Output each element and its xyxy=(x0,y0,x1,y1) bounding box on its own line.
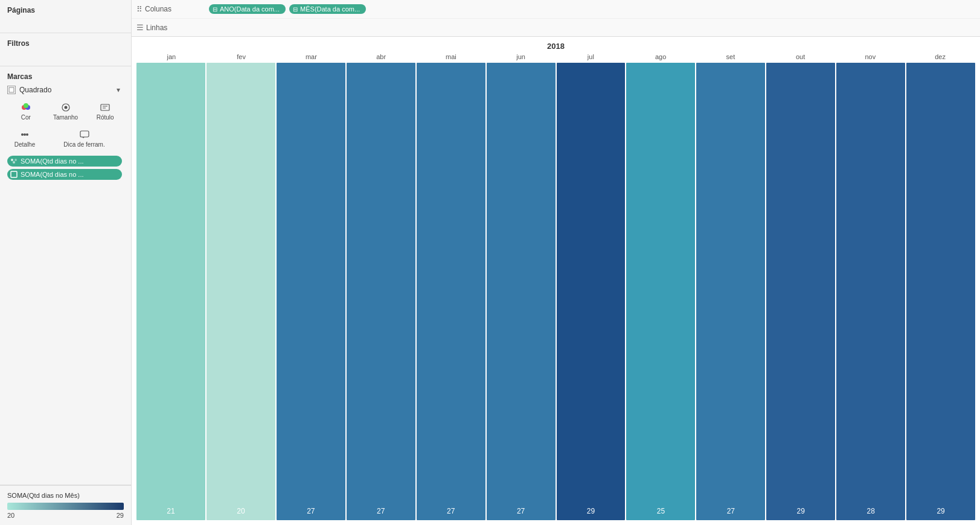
month-header-set: set xyxy=(696,53,766,63)
toolbar-colunas-row: ⠿ Colunas ⊟ ANO(Data da com... ⊟ MÊS(Dat… xyxy=(132,0,980,18)
bar-col-fev[interactable]: 20 xyxy=(207,63,275,520)
mark-tamanho-label: Tamanho xyxy=(53,114,78,121)
tamanho-icon xyxy=(61,103,71,113)
pill-mes-label: MÊS(Data da com... xyxy=(300,5,360,13)
month-header-jul: jul xyxy=(556,53,626,63)
legend-gradient xyxy=(7,503,124,510)
marks-type-label: Quadrado xyxy=(19,86,113,94)
marcas-title: Marcas xyxy=(7,72,124,81)
month-header-dez: dez xyxy=(905,53,975,63)
svg-point-9 xyxy=(21,133,24,136)
legend-min: 20 xyxy=(7,512,14,519)
toolbar-linhas-row: ☰ Linhas xyxy=(132,18,980,36)
bar-cell-jul: 29 xyxy=(557,63,626,520)
month-header-out: out xyxy=(766,53,836,63)
svg-point-5 xyxy=(64,106,67,109)
bar-col-set[interactable]: 27 xyxy=(696,63,765,520)
bar-value-out: 29 xyxy=(797,507,805,515)
bar-col-mai[interactable]: 27 xyxy=(417,63,485,520)
pill-ano-label: ANO(Data da com... xyxy=(220,5,280,13)
mark-dica-button[interactable]: Dica de ferram. xyxy=(45,127,124,151)
bar-value-ago: 25 xyxy=(657,507,665,515)
legend-range: 20 29 xyxy=(7,512,124,519)
mark-detalhe-button[interactable]: Detalhe xyxy=(7,127,42,151)
pill1-container[interactable]: SOMA(Qtd dias no ... xyxy=(7,156,122,167)
bar-value-set: 27 xyxy=(727,507,735,515)
pill2-label: SOMA(Qtd dias no ... xyxy=(21,171,84,178)
marks-type-checkbox xyxy=(7,86,16,94)
bar-value-jun: 27 xyxy=(517,507,525,515)
bar-col-jan[interactable]: 21 xyxy=(136,63,205,520)
bar-col-jun[interactable]: 27 xyxy=(487,63,556,520)
pill1-icon xyxy=(10,157,18,165)
bar-value-fev: 20 xyxy=(237,507,245,515)
bar-col-ago[interactable]: 25 xyxy=(626,63,695,520)
mark-rotulo-label: Rótulo xyxy=(97,114,114,121)
mark-tamanho-button[interactable]: Tamanho xyxy=(47,100,85,124)
mark-rotulo-button[interactable]: Rótulo xyxy=(86,100,124,124)
bar-col-out[interactable]: 29 xyxy=(766,63,835,520)
linhas-icon: ☰ xyxy=(136,23,144,32)
paginas-title: Páginas xyxy=(7,6,124,14)
chart-container: 2018 janfevmarabrmaijunjulagosetoutnovde… xyxy=(132,37,980,525)
marks-buttons-row: Cor Tamanho xyxy=(7,100,124,124)
main-area: ⠿ Colunas ⊟ ANO(Data da com... ⊟ MÊS(Dat… xyxy=(132,0,980,525)
pill-mes-icon: ⊟ xyxy=(293,6,298,13)
pill-ano[interactable]: ⊟ ANO(Data da com... xyxy=(209,4,286,14)
bar-col-dez[interactable]: 29 xyxy=(906,63,975,520)
bar-cell-out: 29 xyxy=(766,63,835,520)
svg-point-3 xyxy=(24,103,28,108)
svg-rect-12 xyxy=(80,131,89,137)
chart-grid: janfevmarabrmaijunjulagosetoutnovdez 212… xyxy=(132,53,980,525)
month-header-abr: abr xyxy=(346,53,416,63)
paginas-section: Páginas xyxy=(0,0,131,33)
bar-col-mar[interactable]: 27 xyxy=(277,63,345,520)
cor-icon xyxy=(21,103,31,113)
bar-value-dez: 29 xyxy=(937,507,944,515)
bar-col-jul[interactable]: 29 xyxy=(557,63,626,520)
bar-value-jul: 29 xyxy=(587,507,595,515)
month-header-mar: mar xyxy=(277,53,347,63)
toolbar-colunas-label: ⠿ Colunas xyxy=(136,5,209,14)
bar-cell-dez: 29 xyxy=(906,63,975,520)
linhas-text: Linhas xyxy=(146,24,167,32)
bar-col-abr[interactable]: 27 xyxy=(347,63,415,520)
colunas-icon: ⠿ xyxy=(136,5,143,14)
month-header-ago: ago xyxy=(626,53,696,63)
colunas-text: Colunas xyxy=(145,5,171,13)
bar-value-abr: 27 xyxy=(377,507,385,515)
bar-cell-mai: 27 xyxy=(417,63,485,520)
toolbar: ⠿ Colunas ⊟ ANO(Data da com... ⊟ MÊS(Dat… xyxy=(132,0,980,37)
marks-type-row[interactable]: Quadrado ▾ xyxy=(7,84,124,95)
legend-title: SOMA(Qtd dias no Mês) xyxy=(7,492,124,499)
month-header-fev: fev xyxy=(207,53,277,63)
pill-mes[interactable]: ⊟ MÊS(Data da com... xyxy=(289,4,366,14)
pill1-label: SOMA(Qtd dias no ... xyxy=(21,158,84,165)
svg-point-10 xyxy=(24,133,26,136)
month-header-jan: jan xyxy=(136,53,207,63)
marks-row2: Detalhe Dica de ferram. xyxy=(7,127,124,151)
marks-type-dropdown[interactable]: ▾ xyxy=(113,84,124,95)
bar-cell-jan: 21 xyxy=(136,63,205,520)
month-header-mai: mai xyxy=(416,53,486,63)
marcas-section: Marcas Quadrado ▾ Cor xyxy=(0,66,131,485)
toolbar-pills: ⊟ ANO(Data da com... ⊟ MÊS(Data da com..… xyxy=(209,4,366,14)
svg-rect-0 xyxy=(9,88,14,92)
bar-cell-set: 27 xyxy=(696,63,765,520)
bar-value-mar: 27 xyxy=(307,507,315,515)
svg-marker-13 xyxy=(82,137,85,138)
bar-value-jan: 21 xyxy=(167,507,175,515)
svg-point-16 xyxy=(14,159,17,161)
pill2-container[interactable]: SOMA(Qtd dias no ... xyxy=(7,169,122,180)
svg-point-11 xyxy=(26,133,28,136)
mark-cor-button[interactable]: Cor xyxy=(7,100,45,124)
pill2-icon xyxy=(10,170,18,179)
month-header-nov: nov xyxy=(836,53,906,63)
legend-section: SOMA(Qtd dias no Mês) 20 29 xyxy=(0,485,131,525)
legend-max: 29 xyxy=(117,512,124,519)
filtros-title: Filtros xyxy=(7,39,124,48)
bar-cell-mar: 27 xyxy=(277,63,345,520)
left-panel: Páginas Filtros Marcas Quadrado ▾ xyxy=(0,0,132,525)
svg-rect-17 xyxy=(11,171,17,177)
bar-col-nov[interactable]: 28 xyxy=(836,63,905,520)
